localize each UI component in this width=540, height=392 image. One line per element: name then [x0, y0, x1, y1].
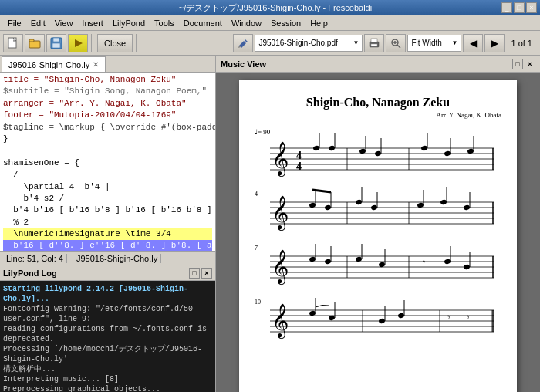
log-header: LilyPond Log □ ×: [0, 265, 215, 281]
log-line-4: 構文解析中...: [3, 364, 212, 374]
svg-point-84: [444, 259, 451, 265]
close-tab-button[interactable]: Close: [97, 34, 133, 52]
music-notation: ♩= 90 𝄞 4 4: [255, 125, 501, 387]
code-line-1: $subtitle = "Shigin Song, Nanagon Poem,": [3, 86, 212, 97]
svg-point-86: [463, 264, 470, 270]
svg-point-105: [397, 313, 404, 319]
menu-view[interactable]: View: [50, 18, 78, 29]
right-panel: Music View □ × Shigin-Cho, Nanagon Zeku …: [216, 56, 540, 392]
maximize-button[interactable]: □: [514, 2, 525, 13]
log-close-button[interactable]: ×: [201, 268, 212, 279]
pencil-icon: [238, 38, 248, 49]
toolbar: Close J95016-Shigin-Cho.pdf ▼ Fit Width …: [0, 31, 540, 56]
log-content[interactable]: Starting lilypond 2.14.2 [J95016-Shigin-…: [0, 281, 215, 392]
svg-text:♩= 90: ♩= 90: [255, 128, 271, 136]
code-line-2: arranger = "Arr. Y. Nagai, K. Obata": [3, 98, 212, 110]
svg-point-62: [463, 204, 470, 211]
svg-text:𝄞: 𝄞: [272, 141, 289, 177]
nav-next-button[interactable]: ▶: [484, 34, 505, 52]
log-line-5: Interpreting music... [8]: [3, 374, 212, 384]
fit-mode-arrow: ▼: [452, 39, 458, 46]
menu-session[interactable]: Session: [266, 18, 305, 29]
pdf-dropdown-arrow: ▼: [353, 39, 359, 46]
minimize-button[interactable]: _: [501, 2, 512, 13]
svg-text:7: 7: [255, 245, 258, 252]
log-line-6: Preprocessing graphical objects...: [3, 384, 212, 392]
print-icon: [369, 38, 380, 49]
menu-edit[interactable]: Edit: [26, 18, 50, 29]
main-content: J95016-Shigin-Cho.ly ✕ title = "Shigin-C…: [0, 56, 540, 392]
music-view-header-buttons[interactable]: □ ×: [512, 59, 535, 69]
svg-text:𝄾: 𝄾: [423, 260, 425, 265]
log-header-buttons[interactable]: □ ×: [189, 268, 212, 279]
log-panel: LilyPond Log □ × Starting lilypond 2.14.…: [0, 265, 215, 392]
svg-rect-2: [29, 39, 34, 42]
menubar: File Edit View Insert LilyPond Tools Doc…: [0, 15, 540, 31]
zoom-in-icon: [390, 38, 401, 49]
code-line-11: b'4 b'16 [ b'16 b'8 ] b'16 [ b'16 b'8 ] …: [3, 204, 212, 216]
code-line-0: title = "Shigin-Cho, Nanagon Zeku": [3, 74, 212, 86]
code-line-9: \partial 4 b'4 |: [3, 181, 212, 193]
compile-button[interactable]: [68, 34, 88, 52]
log-line-0: Starting lilypond 2.14.2 [J95016-Shigin-…: [3, 284, 212, 304]
pdf-page: Shigin-Cho, Nanagon Zeku Arr. Y. Nagai, …: [239, 80, 517, 392]
svg-point-36: [444, 150, 451, 157]
menu-file[interactable]: File: [3, 18, 26, 29]
svg-line-11: [397, 45, 400, 48]
menu-document[interactable]: Document: [179, 18, 227, 29]
status-filename: J95016-Shigin-Cho.ly: [73, 254, 161, 263]
titlebar-buttons[interactable]: _ □ ×: [501, 2, 537, 13]
new-icon: [7, 37, 19, 49]
pdf-file-dropdown[interactable]: J95016-Shigin-Cho.pdf ▼: [255, 35, 363, 52]
svg-point-26: [312, 145, 319, 151]
music-view-close-button[interactable]: ×: [525, 59, 535, 69]
svg-point-60: [440, 199, 447, 205]
status-bar: Line: 51, Col: 4 J95016-Shigin-Cho.ly: [0, 251, 215, 265]
menu-insert[interactable]: Insert: [77, 18, 108, 29]
fit-mode-dropdown[interactable]: Fit Width ▼: [407, 35, 461, 52]
editor-section: J95016-Shigin-Cho.ly ✕ title = "Shigin-C…: [0, 56, 215, 251]
code-line-6: [3, 145, 212, 157]
code-line-13: \numericTimeSignature \time 3/4: [3, 228, 212, 240]
editor-tab-close[interactable]: ✕: [93, 60, 99, 69]
save-button[interactable]: [46, 34, 66, 52]
log-line-1: Fontconfig warning: "/etc/fonts/conf.d/5…: [3, 304, 212, 324]
menu-lilypond[interactable]: LilyPond: [108, 18, 150, 29]
close-button[interactable]: ×: [526, 2, 537, 13]
svg-point-103: [378, 318, 385, 324]
music-title: Shigin-Cho, Nanagon Zeku: [255, 96, 501, 110]
menu-tools[interactable]: Tools: [150, 18, 179, 29]
svg-text:4: 4: [255, 191, 258, 198]
compile-icon: [72, 37, 84, 49]
zoom-in-button[interactable]: [386, 34, 406, 52]
editor-wrapper: title = "Shigin-Cho, Nanagon Zeku" $subt…: [0, 73, 215, 251]
new-button[interactable]: [3, 34, 23, 52]
editor-tab[interactable]: J95016-Shigin-Cho.ly ✕: [2, 56, 106, 72]
code-line-14: b'16 [ d''8. ] e''16 [ d''8. ] b'8. [ a'…: [3, 240, 212, 251]
log-line-2: reading configurations from ~/.fonts.con…: [3, 324, 212, 344]
pdf-filename: J95016-Shigin-Cho.pdf: [258, 39, 353, 47]
svg-text:4: 4: [296, 161, 302, 172]
log-minimize-button[interactable]: □: [189, 268, 200, 279]
music-view-header: Music View □ ×: [216, 56, 540, 73]
print-button[interactable]: [364, 34, 384, 52]
status-line-col: Line: 51, Col: 4: [3, 254, 67, 263]
open-button[interactable]: [25, 34, 45, 52]
code-line-8: /: [3, 169, 212, 181]
music-view-maximize-button[interactable]: □: [512, 59, 523, 69]
menu-help[interactable]: Help: [305, 18, 332, 29]
svg-point-28: [328, 145, 335, 151]
nav-prev-button[interactable]: ◀: [463, 34, 483, 52]
pdf-toolbar: J95016-Shigin-Cho.pdf ▼ Fit Width ▼ ◀ ▶ …: [233, 34, 537, 52]
code-line-5: }: [3, 133, 212, 145]
pdf-view[interactable]: Shigin-Cho, Nanagon Zeku Arr. Y. Nagai, …: [216, 73, 540, 392]
code-line-4: $tagline = \markup { \override #'(box-pa…: [3, 122, 212, 133]
code-line-12: % 2: [3, 217, 212, 228]
menu-window[interactable]: Window: [227, 18, 266, 29]
svg-point-54: [355, 199, 362, 205]
svg-marker-6: [75, 39, 83, 47]
edit-pencil-button[interactable]: [233, 34, 253, 52]
svg-rect-4: [53, 38, 59, 42]
editor-area[interactable]: title = "Shigin-Cho, Nanagon Zeku" $subt…: [0, 73, 215, 251]
open-icon: [29, 37, 41, 49]
